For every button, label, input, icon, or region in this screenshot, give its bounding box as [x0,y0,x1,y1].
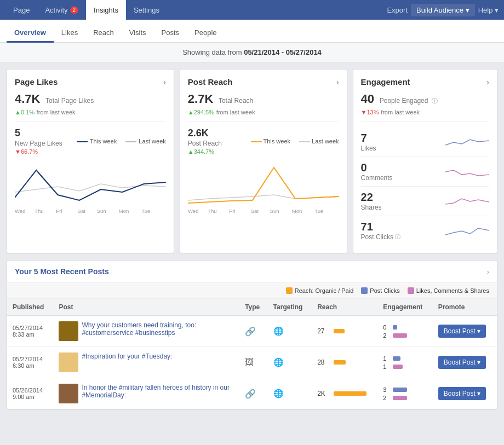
tab-overview-label: Overview [14,28,46,37]
col-promote: Promote [433,299,497,316]
cell-reach-0: 27 [312,316,377,347]
globe-icon-1: 🌐 [273,357,284,367]
engagement-change-val: ▼13% [361,109,379,115]
cell-date-1: 05/27/2014 6:30 am [7,347,53,378]
eng-shares-row: 22 Shares [361,187,489,216]
recent-posts-chevron[interactable]: › [487,268,489,276]
tab-visits[interactable]: Visits [122,24,154,43]
cell-post-0: Why your customers need training, too: #… [53,316,239,347]
activity-badge: 2 [70,7,79,14]
eng-comments-row: 0 Comments [361,157,489,187]
build-audience-button[interactable]: Build Audience ▾ [411,4,475,16]
post-reach-chevron[interactable]: › [336,78,339,86]
engagement-card: Engagement › 40 People Engaged ⓘ ▼13% fr… [353,69,497,253]
svg-text:Thu: Thu [208,209,216,214]
table-row: 05/27/2014 6:30 am #Inspiration for your… [7,347,497,378]
tab-activity[interactable]: Activity 2 [37,0,86,20]
eng-shares-number: 22 [361,191,382,204]
tab-settings[interactable]: Settings [126,0,167,20]
post-link-0[interactable]: Why your customers need training, too: #… [82,321,234,337]
page-likes-change-text: from last week [37,109,76,115]
cards-row: Page Likes › 4.7K Total Page Likes ▲0.1%… [7,69,497,253]
cell-promote-1: Boost Post ▾ [433,347,497,378]
page-likes-total-number: 4.7K [15,92,40,106]
post-reach-title: Post Reach [188,77,233,86]
recent-posts-title: Your 5 Most Recent Posts [15,267,109,276]
date-range: 05/21/2014 - 05/27/2014 [244,48,322,56]
engagement-change-text: from last week [381,109,420,115]
post-reach-number: 2.6K [188,128,222,139]
eng-clicks-label: Post Clicks ⓘ [361,233,400,241]
post-reach-chart: Wed Thu Fri Sat Sun Mon Tue [188,159,339,214]
post-reach-change-text: from last week [216,109,255,115]
tab-page[interactable]: Page [5,0,37,20]
svg-text:Thu: Thu [35,209,43,214]
engagement-header: Engagement › [361,77,489,86]
page-likes-new-row: 5 New Page Likes ▼66.7% This week Last w… [15,128,166,155]
recent-posts-section: Your 5 Most Recent Posts › Reach: Organi… [7,260,497,410]
top-nav-tabs: Page Activity 2 Insights Settings [5,0,167,20]
eng-shares-label: Shares [361,204,382,211]
tab-overview[interactable]: Overview [7,24,54,43]
eng-clicks-number: 71 [361,221,400,233]
engagement-metrics: 7 Likes 0 Comments [361,128,489,245]
this-week-label: This week [90,138,117,145]
page-likes-chevron[interactable]: › [163,78,166,86]
tab-people[interactable]: People [187,24,224,43]
tab-reach-label: Reach [93,28,114,37]
cell-date-2: 05/26/2014 9:00 am [7,378,53,409]
cell-promote-0: Boost Post ▾ [433,316,497,347]
cell-engagement-0: 0 2 [377,316,432,347]
type-icon-2: 🔗 [245,389,256,398]
boost-post-button-1[interactable]: Boost Post ▾ [438,356,486,369]
svg-text:Tue: Tue [141,209,150,214]
col-reach: Reach [312,299,377,316]
cell-post-1: #Inspiration for your #Tuesday: [53,347,239,378]
recent-posts-header: Your 5 Most Recent Posts › [7,261,497,283]
eng-comments-number: 0 [361,161,393,174]
cell-engagement-1: 1 1 [377,347,432,378]
svg-text:Fri: Fri [56,209,62,214]
page-likes-header: Page Likes › [15,77,166,86]
page-likes-total-label: Total Page Likes [45,97,94,105]
export-button[interactable]: Export [387,6,408,14]
tab-likes[interactable]: Likes [54,24,85,43]
page-likes-legend: This week Last week [77,138,166,145]
legend-engagement-swatch [408,287,414,294]
post-last-week-label: Last week [312,138,339,145]
svg-text:Mon: Mon [292,209,302,214]
cell-engagement-2: 3 2 [377,378,432,409]
cell-type-0: 🔗 [239,316,267,347]
post-link-2[interactable]: In honor the #military fallen heroes of … [82,384,234,399]
svg-text:Wed: Wed [188,209,198,214]
cell-reach-2: 2K [312,378,377,409]
svg-text:Sat: Sat [78,209,86,214]
post-reach-change-val: ▲294.5% [188,109,214,115]
engagement-people-number: 40 [361,92,374,106]
page-likes-change-val: ▲0.1% [15,109,35,115]
cell-targeting-0: 🌐 [268,316,312,347]
post-reach-label: Post Reach [188,140,222,147]
tab-visits-label: Visits [129,28,146,37]
last-week-label: Last week [139,138,166,145]
boost-post-button-0[interactable]: Boost Post ▾ [438,325,486,338]
tab-page-label: Page [13,6,30,14]
engagement-chevron[interactable]: › [486,78,489,86]
tab-reach[interactable]: Reach [85,24,122,43]
post-link-1[interactable]: #Inspiration for your #Tuesday: [82,352,172,360]
type-icon-1: 🖼 [245,357,254,367]
tab-insights[interactable]: Insights [86,0,126,20]
page-likes-total: 4.7K Total Page Likes [15,92,166,106]
globe-icon-0: 🌐 [273,326,284,336]
cell-reach-1: 28 [312,347,377,378]
cell-targeting-2: 🌐 [268,378,312,409]
page-likes-title: Page Likes [15,77,58,86]
cell-promote-2: Boost Post ▾ [433,378,497,409]
post-reach-legend: This week Last week [251,138,339,145]
posts-table: Published Post Type Targeting Reach Enga… [7,299,497,409]
help-button[interactable]: Help ▾ [478,6,499,14]
boost-post-button-2[interactable]: Boost Post ▾ [438,387,486,400]
legend-reach-label: Reach: Organic / Paid [295,287,354,294]
tab-posts[interactable]: Posts [154,24,187,43]
col-targeting: Targeting [268,299,312,316]
